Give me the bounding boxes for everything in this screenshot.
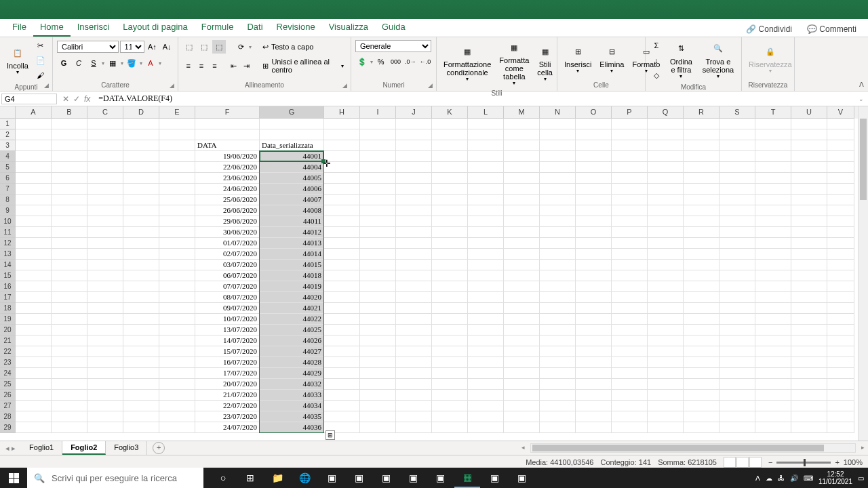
cell[interactable] xyxy=(396,368,432,379)
cell[interactable] xyxy=(396,422,432,433)
comments-button[interactable]: 💬 Commenti xyxy=(801,22,863,37)
cell[interactable] xyxy=(52,325,87,336)
tray-notifications-icon[interactable]: ▭ xyxy=(858,474,864,482)
cell[interactable] xyxy=(159,249,195,260)
cell[interactable] xyxy=(684,129,719,140)
cell[interactable] xyxy=(576,292,612,303)
cell[interactable] xyxy=(576,205,612,216)
font-color-button[interactable]: A xyxy=(144,56,157,70)
cell[interactable] xyxy=(432,401,468,411)
cell[interactable] xyxy=(16,292,52,303)
select-all-corner[interactable] xyxy=(0,106,16,119)
cell[interactable] xyxy=(396,238,432,249)
align-left-button[interactable]: ≡ xyxy=(182,59,194,73)
cell[interactable] xyxy=(52,129,87,140)
cell[interactable] xyxy=(159,151,195,162)
cell[interactable] xyxy=(468,173,504,184)
sheet-nav-arrows[interactable]: ◂ ▸ xyxy=(0,444,21,453)
cell[interactable] xyxy=(504,292,540,303)
cell[interactable] xyxy=(159,336,195,346)
cell[interactable] xyxy=(576,411,612,422)
column-header[interactable]: S xyxy=(719,106,755,119)
cell[interactable] xyxy=(52,238,87,249)
cell[interactable] xyxy=(827,422,854,433)
align-right-button[interactable]: ≡ xyxy=(209,59,220,73)
cell[interactable] xyxy=(324,162,360,173)
cell[interactable] xyxy=(159,173,195,184)
cell[interactable]: 29/06/2020 xyxy=(195,216,260,227)
cell[interactable] xyxy=(16,422,52,433)
cell[interactable] xyxy=(360,292,396,303)
cell[interactable] xyxy=(684,314,719,325)
cell[interactable] xyxy=(791,216,827,227)
cell[interactable]: 15/07/2020 xyxy=(195,346,260,357)
cell[interactable] xyxy=(360,379,396,390)
cell[interactable] xyxy=(755,238,791,249)
cell[interactable] xyxy=(324,270,360,281)
cell[interactable] xyxy=(324,346,360,357)
cell[interactable] xyxy=(827,129,854,140)
cell[interactable] xyxy=(719,422,755,433)
cell[interactable] xyxy=(123,227,159,238)
cell[interactable] xyxy=(648,184,684,195)
cell[interactable] xyxy=(791,346,827,357)
format-painter-button[interactable]: 🖌 xyxy=(34,68,47,82)
column-header[interactable]: Q xyxy=(648,106,684,119)
cell[interactable] xyxy=(159,303,195,314)
cell[interactable] xyxy=(504,346,540,357)
row-header[interactable]: 6 xyxy=(0,173,16,184)
cell[interactable] xyxy=(648,401,684,411)
column-header[interactable]: I xyxy=(360,106,396,119)
decrease-decimal-button[interactable]: ←.0 xyxy=(418,55,432,68)
increase-indent-button[interactable]: ⇥ xyxy=(241,59,252,73)
cell[interactable] xyxy=(123,390,159,401)
cell[interactable] xyxy=(791,368,827,379)
cell[interactable] xyxy=(540,162,576,173)
cell[interactable] xyxy=(468,151,504,162)
cell[interactable] xyxy=(612,238,648,249)
cell[interactable] xyxy=(827,173,854,184)
cell[interactable]: 17/07/2020 xyxy=(195,368,260,379)
cell[interactable] xyxy=(576,390,612,401)
cell[interactable] xyxy=(360,249,396,260)
cell[interactable] xyxy=(87,292,123,303)
cell[interactable] xyxy=(396,401,432,411)
cell[interactable] xyxy=(504,216,540,227)
cell[interactable] xyxy=(87,162,123,173)
cell[interactable]: 03/07/2020 xyxy=(195,260,260,270)
cell[interactable] xyxy=(576,162,612,173)
cell[interactable] xyxy=(684,281,719,292)
cell[interactable] xyxy=(540,422,576,433)
cell[interactable] xyxy=(396,281,432,292)
cell[interactable] xyxy=(827,216,854,227)
cell[interactable] xyxy=(540,140,576,151)
cell[interactable] xyxy=(648,270,684,281)
cell[interactable] xyxy=(87,249,123,260)
cell[interactable] xyxy=(755,205,791,216)
cell[interactable] xyxy=(432,390,468,401)
cell[interactable]: 44014 xyxy=(260,249,324,260)
row-header[interactable]: 21 xyxy=(0,336,16,346)
cell[interactable] xyxy=(648,303,684,314)
cell[interactable] xyxy=(52,422,87,433)
cell[interactable] xyxy=(504,151,540,162)
cell[interactable] xyxy=(648,129,684,140)
cell[interactable] xyxy=(360,314,396,325)
cell[interactable] xyxy=(612,227,648,238)
cell[interactable] xyxy=(576,249,612,260)
row-header[interactable]: 3 xyxy=(0,140,16,151)
tab-file[interactable]: File xyxy=(5,19,33,37)
cell[interactable] xyxy=(123,303,159,314)
cell[interactable] xyxy=(396,336,432,346)
hscroll-thumb[interactable] xyxy=(532,445,824,451)
tab-revisione[interactable]: Revisione xyxy=(270,19,322,37)
start-button[interactable] xyxy=(0,468,27,488)
cell[interactable] xyxy=(791,379,827,390)
cell[interactable] xyxy=(648,281,684,292)
cell[interactable] xyxy=(432,292,468,303)
italic-button[interactable]: C xyxy=(72,56,85,70)
cell[interactable] xyxy=(16,195,52,205)
cell[interactable] xyxy=(540,325,576,336)
cell[interactable] xyxy=(123,292,159,303)
tab-home[interactable]: Home xyxy=(33,19,71,37)
